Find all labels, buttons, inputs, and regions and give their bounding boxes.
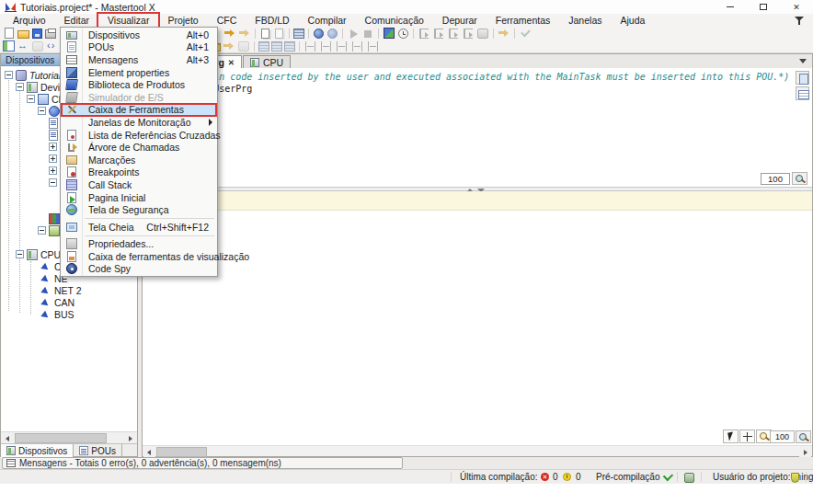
menu-item-call-stack[interactable]: Call Stack — [61, 178, 217, 191]
ladder-icon-2[interactable] — [321, 41, 331, 52]
stop-icon[interactable] — [361, 28, 374, 40]
network-grid-icon-2[interactable] — [271, 41, 282, 52]
expand-icon[interactable] — [49, 155, 57, 163]
library-manager-icon[interactable] — [293, 29, 304, 39]
menu-item-propriedades[interactable]: Propriedades... — [61, 238, 217, 251]
ladder-icon-4[interactable] — [352, 41, 362, 52]
tree-item-can[interactable]: CAN — [27, 296, 74, 308]
tree-item-net2[interactable]: NET 2 — [27, 284, 82, 296]
menu-item-marcacoes[interactable]: Marcações — [61, 154, 217, 166]
login-icon[interactable] — [223, 28, 236, 40]
menu-item-simulador-es[interactable]: Simulador de E/S — [61, 91, 217, 104]
expand-icon[interactable] — [49, 166, 57, 175]
menu-item-biblioteca-de-produtos[interactable]: Biblioteca de Produtos — [61, 78, 217, 91]
tab-dispositivos[interactable]: Dispositivos — [1, 444, 74, 457]
menu-visualizar[interactable]: Visualizar — [98, 14, 158, 27]
assign-icon[interactable] — [32, 41, 43, 52]
menu-projeto[interactable]: Projeto — [158, 14, 207, 27]
network-grid-icon-3[interactable] — [284, 41, 295, 52]
expand-icon[interactable] — [49, 143, 57, 151]
collapse-icon[interactable] — [27, 95, 35, 103]
declaration-zoom-value[interactable]: 100 — [761, 173, 790, 185]
menu-ajuda[interactable]: Ajuda — [611, 14, 654, 27]
menu-item-arvore-de-chamadas[interactable]: Árvore de Chamadas — [61, 141, 217, 154]
textual-view-button[interactable] — [796, 71, 809, 85]
menu-janelas[interactable]: Janelas — [559, 14, 611, 27]
menu-comunicacao[interactable]: Comunicação — [356, 14, 433, 27]
tab-cpu[interactable]: CPU — [243, 55, 291, 68]
menu-item-lista-referencias-cruzadas[interactable]: Lista de Referências Cruzadas — [61, 129, 217, 142]
scroll-right-icon[interactable] — [799, 447, 811, 457]
tree-item-bus[interactable]: BUS — [27, 308, 74, 320]
close-button[interactable]: ✕ — [780, 0, 813, 14]
reset-icon[interactable] — [477, 29, 488, 39]
security-indicator[interactable] — [791, 472, 799, 484]
run-to-cursor-icon[interactable] — [464, 29, 473, 39]
filter-icon[interactable] — [795, 17, 804, 25]
menu-editar[interactable]: Editar — [55, 14, 98, 27]
network-grid-icon-1[interactable] — [258, 41, 269, 52]
menu-item-caixa-ferramentas-visualizacao[interactable]: Caixa de ferramentas de visualização — [61, 250, 217, 263]
project-settings[interactable] — [684, 472, 694, 484]
collapse-icon[interactable] — [49, 178, 57, 187]
select-cursor-icon[interactable] — [723, 430, 739, 443]
save-icon[interactable] — [32, 29, 42, 39]
pan-tool-icon[interactable] — [739, 430, 755, 443]
auto-declare-icon[interactable] — [223, 40, 235, 52]
magnifier-icon[interactable] — [792, 172, 807, 185]
menu-compilar[interactable]: Compilar — [299, 14, 356, 27]
tree-item-settings[interactable] — [38, 224, 63, 236]
compile-icon[interactable] — [314, 29, 324, 39]
restore-button[interactable] — [747, 0, 780, 14]
menu-item-tela-cheia[interactable]: Tela Cheia Ctrl+Shift+F12 — [61, 221, 217, 234]
scroll-left-icon[interactable] — [2, 433, 14, 443]
tree-item-tutoriais[interactable]: Tutoriais — [5, 69, 65, 81]
open-file-icon[interactable] — [17, 30, 29, 39]
messages-tab[interactable]: Mensagens - Totais 0 erro(s), 0 advertên… — [2, 457, 403, 469]
menu-item-caixa-de-ferramentas[interactable]: Caixa de Ferramentas — [61, 104, 217, 117]
menu-item-pagina-inicial[interactable]: Pagina Inicial — [61, 191, 217, 204]
menu-item-pous[interactable]: POUs Alt+1 — [61, 41, 217, 54]
tab-list-dropdown-icon[interactable] — [799, 59, 807, 63]
step-over-icon[interactable] — [419, 29, 429, 39]
scrollbar-thumb[interactable] — [15, 433, 107, 443]
tab-pous[interactable]: POUs — [74, 444, 122, 457]
zoom-dropdown-icon[interactable] — [796, 430, 811, 443]
logout-icon[interactable] — [238, 28, 251, 40]
minimize-button[interactable] — [714, 0, 747, 14]
copy-icon[interactable] — [261, 29, 269, 39]
clock-icon[interactable] — [398, 29, 408, 39]
step-into-icon[interactable] — [434, 29, 443, 39]
sidebar-horizontal-scrollbar[interactable] — [1, 431, 137, 443]
menu-item-tela-de-seguranca[interactable]: Tela de Segurança — [61, 203, 217, 216]
paste-icon[interactable] — [275, 29, 283, 39]
menu-item-element-properties[interactable]: Element properties — [61, 66, 217, 79]
scroll-right-icon[interactable] — [124, 433, 136, 443]
run-icon[interactable] — [347, 28, 360, 40]
menu-cfc[interactable]: CFC — [208, 14, 246, 27]
input-assistant-icon[interactable] — [238, 41, 249, 52]
print-icon[interactable] — [45, 29, 56, 39]
declaration-editor[interactable]: (*The main code inserted by the user and… — [143, 68, 812, 187]
menu-item-janelas-de-monitoracao[interactable]: Janelas de Monitoração — [61, 116, 217, 129]
ladder-icon-3[interactable] — [337, 41, 347, 52]
ladder-icon-5[interactable] — [368, 41, 378, 52]
menu-item-mensagens[interactable]: Mensagens Alt+3 — [61, 53, 217, 66]
menu-item-breakpoints[interactable]: Breakpoints — [61, 166, 217, 179]
menu-arquivo[interactable]: Arquivo — [4, 14, 55, 27]
declarations-panel-icon[interactable] — [3, 40, 15, 52]
collapse-icon[interactable] — [38, 107, 46, 115]
implementation-editor-line[interactable] — [143, 191, 812, 211]
editor-horizontal-scrollbar[interactable] — [143, 445, 812, 456]
menu-ferramentas[interactable]: Ferramentas — [487, 14, 560, 27]
close-tab-icon[interactable]: ✕ — [228, 58, 235, 67]
swap-icon[interactable] — [17, 40, 29, 52]
collapse-icon[interactable] — [5, 71, 13, 79]
check-icon[interactable] — [519, 28, 532, 40]
step-out-icon[interactable] — [449, 29, 458, 39]
menu-item-dispositivos[interactable]: Dispositivos Alt+0 — [61, 29, 217, 41]
menu-depurar[interactable]: Depurar — [433, 14, 487, 27]
collapse-icon[interactable] — [38, 226, 46, 235]
collapse-icon[interactable] — [16, 83, 24, 91]
generate-code-icon[interactable] — [327, 29, 338, 39]
